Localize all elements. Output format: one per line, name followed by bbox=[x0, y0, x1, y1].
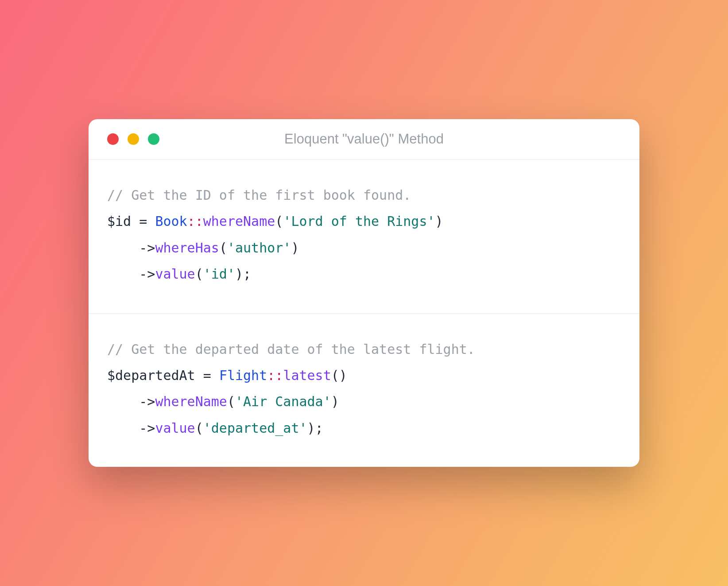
code-string: 'Lord of the Rings' bbox=[283, 213, 435, 229]
code-block-1: // Get the ID of the first book found. $… bbox=[89, 160, 639, 313]
code-variable: $id bbox=[107, 213, 131, 229]
code-window: Eloquent "value()" Method // Get the ID … bbox=[89, 119, 639, 467]
code-comment: // Get the departed date of the latest f… bbox=[107, 342, 475, 357]
minimize-icon[interactable] bbox=[128, 133, 139, 145]
code-comment: // Get the ID of the first book found. bbox=[107, 187, 411, 203]
code-method: value bbox=[155, 266, 195, 282]
code-paren: ) bbox=[331, 394, 339, 409]
code-operator: = bbox=[131, 213, 155, 229]
code-arrow: -> bbox=[139, 266, 155, 282]
code-arrow: -> bbox=[139, 420, 155, 436]
code-operator: = bbox=[195, 368, 219, 383]
code-method: value bbox=[155, 420, 195, 436]
code-class: Book bbox=[155, 213, 187, 229]
window-title: Eloquent "value()" Method bbox=[89, 131, 639, 147]
code-paren: ) bbox=[235, 266, 243, 282]
code-indent bbox=[107, 240, 139, 256]
traffic-lights bbox=[107, 133, 159, 145]
code-indent bbox=[107, 266, 139, 282]
code-string: 'id' bbox=[203, 266, 235, 282]
close-icon[interactable] bbox=[107, 133, 119, 145]
code-paren: ( bbox=[195, 420, 203, 436]
code-block-2: // Get the departed date of the latest f… bbox=[89, 313, 639, 467]
maximize-icon[interactable] bbox=[148, 133, 159, 145]
code-string: 'Air Canada' bbox=[235, 394, 331, 409]
code-paren: ) bbox=[291, 240, 299, 256]
code-class: Flight bbox=[219, 368, 267, 383]
code-semicolon: ; bbox=[243, 266, 251, 282]
code-method: latest bbox=[283, 368, 331, 383]
code-paren: ( bbox=[275, 213, 283, 229]
code-paren: ) bbox=[339, 368, 347, 383]
code-method: whereName bbox=[203, 213, 275, 229]
code-paren: ) bbox=[307, 420, 315, 436]
window-titlebar: Eloquent "value()" Method bbox=[89, 119, 639, 160]
code-paren: ( bbox=[227, 394, 235, 409]
code-indent bbox=[107, 420, 139, 436]
code-paren: ) bbox=[435, 213, 443, 229]
code-semicolon: ; bbox=[315, 420, 323, 436]
code-indent bbox=[107, 394, 139, 409]
code-variable: $departedAt bbox=[107, 368, 195, 383]
code-double-colon: :: bbox=[187, 213, 203, 229]
code-string: 'departed_at' bbox=[203, 420, 307, 436]
code-paren: ( bbox=[219, 240, 227, 256]
code-paren: ( bbox=[331, 368, 339, 383]
code-method: whereHas bbox=[155, 240, 219, 256]
code-double-colon: :: bbox=[267, 368, 283, 383]
code-string: 'author' bbox=[227, 240, 291, 256]
code-arrow: -> bbox=[139, 240, 155, 256]
code-paren: ( bbox=[195, 266, 203, 282]
code-method: whereName bbox=[155, 394, 227, 409]
code-arrow: -> bbox=[139, 394, 155, 409]
